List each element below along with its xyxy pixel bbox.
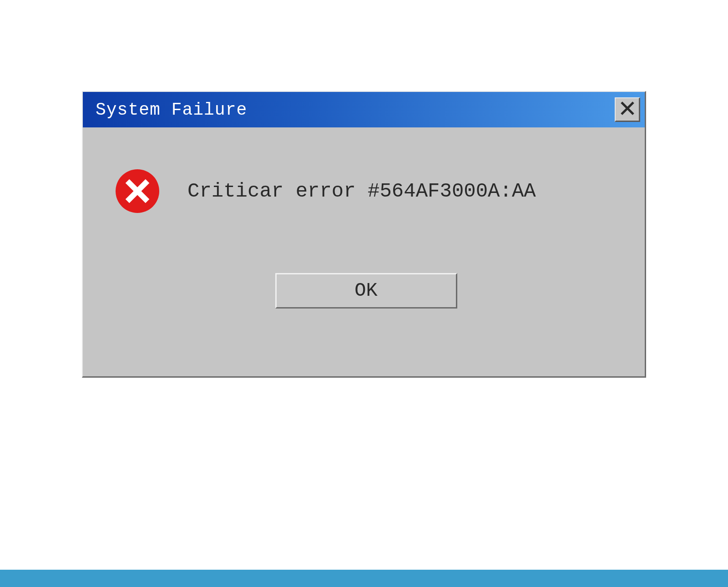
error-message: Criticar error #564AF3000A:AA (187, 180, 536, 202)
title-bar: System Failure (83, 92, 645, 127)
error-icon (115, 168, 160, 214)
ok-button-label: OK (354, 280, 377, 302)
ok-button[interactable]: OK (275, 273, 457, 309)
dialog-title: System Failure (96, 100, 247, 120)
error-dialog: System Failure Criticar error #564AF3000… (82, 91, 646, 378)
dialog-body: Criticar error #564AF3000A:AA OK (83, 127, 645, 327)
button-row: OK (115, 273, 617, 309)
close-button[interactable] (615, 97, 640, 122)
close-icon (620, 101, 635, 118)
message-row: Criticar error #564AF3000A:AA (115, 168, 617, 214)
footer-bar (0, 570, 728, 587)
